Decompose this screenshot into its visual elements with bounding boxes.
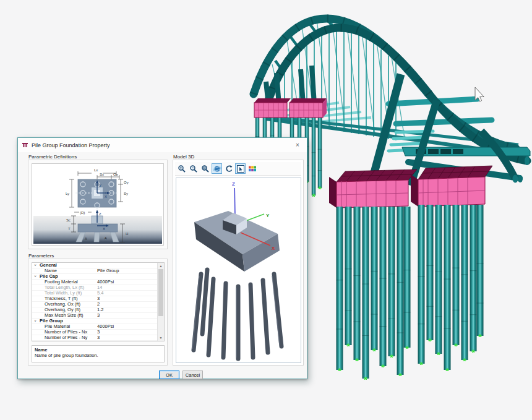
zoom-in-icon[interactable]: [176, 163, 187, 174]
svg-text:Oy: Oy: [124, 181, 129, 184]
svg-text:Sy: Sy: [124, 192, 128, 195]
close-icon[interactable]: ×: [292, 140, 303, 150]
scroll-down-icon[interactable]: ▼: [158, 335, 164, 341]
scroll-up-icon[interactable]: ▲: [158, 263, 164, 269]
mouse-cursor: [475, 87, 484, 101]
svg-text:A: A: [105, 236, 107, 240]
parameter-row[interactable]: Max Mesh Size (ft)3: [32, 313, 157, 319]
ok-button[interactable]: OK: [159, 371, 179, 379]
parameters-label: Parameters: [28, 253, 54, 259]
pile-group-foundation-property-dialog: Pile Group Foundation Property × Paramet…: [17, 137, 307, 379]
parameter-row[interactable]: Footing Material4000Psi: [32, 280, 157, 285]
svg-text:Z: Z: [99, 212, 101, 216]
parameter-row[interactable]: Total Length, Lx (ft)14: [32, 285, 157, 291]
dialog-title: Pile Group Foundation Property: [32, 142, 110, 148]
svg-text:Y: Y: [99, 184, 101, 187]
pile-cap-large-left: [329, 169, 417, 208]
parameter-row[interactable]: Overhang, Oy (ft)1.2: [32, 307, 157, 313]
svg-text:X: X: [103, 227, 105, 231]
model-3d-group: Z Y X: [173, 160, 304, 366]
pile-group-large-right-piles: [418, 205, 484, 371]
parameter-description: Name Name of pile group foundation.: [32, 345, 165, 362]
description-title: Name: [35, 347, 161, 353]
parameter-row[interactable]: Pile Material4000Psi: [32, 324, 157, 330]
model-3d-label: Model 3D: [173, 154, 194, 160]
pile-cap-small-right: [290, 98, 327, 118]
svg-text:Z: Z: [232, 181, 235, 187]
rotate-icon[interactable]: [223, 163, 234, 174]
svg-text:T: T: [68, 227, 71, 231]
application-canvas: Pile Group Foundation Property × Paramet…: [0, 0, 532, 420]
pile-group-large-left-piles: [337, 207, 411, 380]
parameter-row[interactable]: Thickness, T (ft)3: [32, 296, 157, 302]
dialog-titlebar[interactable]: Pile Group Foundation Property ×: [18, 138, 307, 152]
svg-text:Ly: Ly: [66, 192, 69, 195]
select-view-icon[interactable]: [235, 163, 246, 174]
description-text: Name of pile group foundation.: [35, 353, 98, 358]
model-3d-viewport[interactable]: Z Y X: [176, 178, 301, 362]
svg-text:Sc: Sc: [66, 218, 71, 222]
pile-group-dialog-icon: [22, 142, 28, 148]
svg-text:X: X: [105, 195, 107, 199]
svg-text:Lx: Lx: [94, 168, 98, 172]
parametric-diagram: Y X Lx Sx Ox Oy Sy: [32, 164, 163, 245]
model-3d-toolbar: [175, 162, 301, 176]
cancel-button[interactable]: Cancel: [182, 371, 203, 379]
zoom-out-icon[interactable]: [188, 163, 199, 174]
parameter-row[interactable]: NamePile Group: [32, 268, 157, 274]
parameters-group: ˅GeneralNamePile Group˅Pile CapFooting M…: [28, 259, 168, 366]
orbit-icon[interactable]: [212, 163, 222, 174]
parameter-section-row[interactable]: ˅Pile Group: [32, 319, 157, 324]
parametric-definitions-group: Y X Lx Sx Ox Oy Sy: [28, 160, 168, 249]
render-colors-icon[interactable]: [247, 163, 257, 174]
parameter-row[interactable]: Number of Piles - Nx3: [32, 330, 157, 335]
parameter-row[interactable]: Number of Piles - Ny3: [32, 335, 157, 341]
parameter-section-row[interactable]: ˅Pile Cap: [32, 274, 157, 280]
svg-text:Ox: Ox: [113, 173, 118, 176]
zoom-extents-icon[interactable]: [200, 163, 210, 174]
svg-text:Y: Y: [266, 213, 270, 218]
parameter-section-row[interactable]: ˅General: [32, 263, 157, 268]
svg-text:H: H: [126, 232, 128, 236]
pile-cap-large-right: [411, 166, 492, 207]
parameters-table[interactable]: ˅GeneralNamePile Group˅Pile CapFooting M…: [32, 262, 165, 341]
svg-text:Sx: Sx: [100, 173, 104, 176]
svg-text:X: X: [272, 246, 275, 251]
svg-text:(D): (D): [80, 211, 85, 215]
scrollbar-thumb[interactable]: [158, 269, 163, 316]
vertical-scrollbar[interactable]: ▲ ▼: [157, 263, 164, 341]
parametric-definitions-label: Parametric Definitions: [28, 154, 77, 160]
svg-text:A: A: [85, 237, 87, 241]
parameter-row[interactable]: Total Width, Ly (ft)5.4: [32, 291, 157, 296]
parameter-row[interactable]: Overhang, Ox (ft)2: [32, 302, 157, 307]
pile-cap-small-left: [254, 98, 291, 118]
